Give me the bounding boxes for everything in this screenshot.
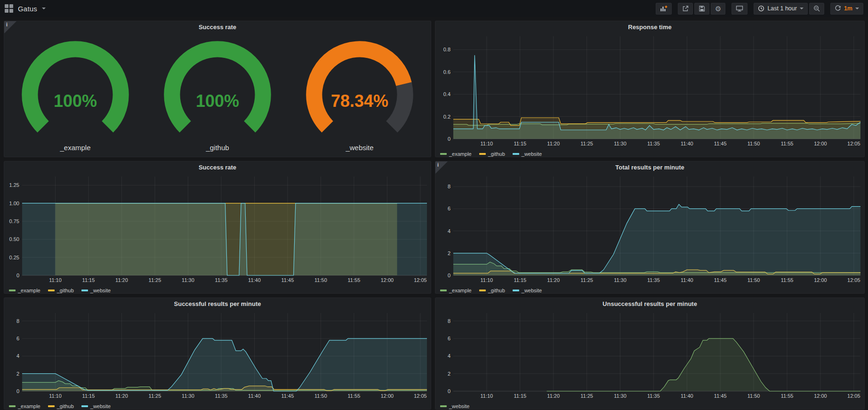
cycle-view-mode-button[interactable] xyxy=(731,3,747,15)
y-tick-label: 8 xyxy=(448,184,450,189)
chart-svg: 00.20.40.60.811:1011:1511:2011:2511:3011… xyxy=(435,33,864,147)
unsuccessful-results-chart: 0246811:1011:1511:2011:2511:3011:3511:40… xyxy=(435,310,864,402)
x-tick-label: 11:55 xyxy=(348,277,361,283)
y-tick-label: 0 xyxy=(16,273,19,278)
save-dashboard-button[interactable] xyxy=(694,3,709,15)
x-tick-label: 11:55 xyxy=(781,141,794,146)
legend-series-dash xyxy=(440,289,447,291)
share-dashboard-button[interactable] xyxy=(678,3,693,15)
legend-series-dash xyxy=(513,289,519,291)
panel-total-results: i Total results per minute 0246811:1011:… xyxy=(435,161,865,294)
panel-title[interactable]: Unsuccessful results per minute xyxy=(435,298,864,310)
info-icon: i xyxy=(6,22,8,27)
series-line-_website xyxy=(453,55,860,130)
legend-series-label: _github xyxy=(488,151,505,157)
legend-item-_github[interactable]: _github xyxy=(479,151,505,157)
zoom-out-icon xyxy=(813,5,820,12)
series-fill-_website xyxy=(22,203,427,275)
legend-item-_github[interactable]: _github xyxy=(48,403,74,409)
x-tick-label: 11:40 xyxy=(681,277,693,283)
legend-item-_github[interactable]: _github xyxy=(48,288,74,293)
chart-svg: 0246811:1011:1511:2011:2511:3011:3511:40… xyxy=(435,174,864,284)
legend-series-label: _example xyxy=(18,403,40,409)
zoom-out-button[interactable] xyxy=(809,3,824,15)
legend-item-_example[interactable]: _example xyxy=(9,288,40,293)
success-rate-chart: 00.250.500.751.001.2511:1011:1511:2011:2… xyxy=(4,174,431,286)
x-tick-label: 11:15 xyxy=(82,393,95,399)
gauge-value: 100% xyxy=(4,91,146,111)
panel-title[interactable]: Success rate xyxy=(4,21,431,33)
x-tick-label: 12:05 xyxy=(847,393,860,399)
panel-info-corner[interactable]: i xyxy=(435,161,448,174)
chart-legend: _example_github_website xyxy=(4,402,431,410)
chart-legend: _example_github_website xyxy=(4,286,431,294)
legend-item-_website[interactable]: _website xyxy=(513,151,542,157)
x-tick-label: 11:20 xyxy=(115,277,128,283)
y-tick-label: 0 xyxy=(448,273,450,278)
legend-series-dash xyxy=(479,153,486,155)
series-fill-_website xyxy=(453,204,860,275)
y-tick-label: 0.8 xyxy=(443,47,450,52)
add-panel-icon xyxy=(660,5,667,12)
legend-item-_github[interactable]: _github xyxy=(479,288,505,293)
legend-series-label: _website xyxy=(522,288,542,293)
x-tick-label: 11:35 xyxy=(215,277,228,283)
dashboard-title[interactable]: Gatus xyxy=(18,5,37,13)
x-tick-label: 11:15 xyxy=(514,393,526,399)
chart-legend: _example_github_website xyxy=(435,149,864,157)
legend-item-_website[interactable]: _website xyxy=(81,403,111,409)
caret-down-icon[interactable] xyxy=(42,8,46,9)
x-tick-label: 11:20 xyxy=(547,141,560,146)
legend-series-dash xyxy=(81,289,88,291)
x-tick-label: 11:25 xyxy=(149,393,161,399)
x-tick-label: 12:05 xyxy=(847,277,860,283)
legend-item-_example[interactable]: _example xyxy=(9,403,40,409)
x-tick-label: 11:10 xyxy=(481,277,493,283)
dashboard-settings-button[interactable]: ⚙ xyxy=(711,3,725,15)
legend-series-dash xyxy=(479,289,486,291)
gauge-arc-svg xyxy=(146,33,289,144)
legend-item-_website[interactable]: _website xyxy=(81,288,111,293)
gear-icon: ⚙ xyxy=(715,5,721,12)
time-range-picker[interactable]: Last 1 hour xyxy=(754,3,808,15)
legend-series-dash xyxy=(440,153,447,155)
legend-item-_example[interactable]: _example xyxy=(440,151,472,157)
panel-title[interactable]: Successful results per minute xyxy=(4,298,431,310)
panel-title[interactable]: Response time xyxy=(435,21,864,33)
gauge-value-arc xyxy=(314,49,404,127)
x-tick-label: 11:35 xyxy=(647,141,660,146)
x-tick-label: 11:30 xyxy=(182,277,194,283)
x-tick-label: 11:10 xyxy=(49,277,62,283)
dashboard-grid-icon[interactable] xyxy=(5,4,13,13)
y-tick-label: 0.25 xyxy=(9,255,19,260)
x-tick-label: 11:25 xyxy=(580,141,593,146)
gauge-label: _website xyxy=(346,144,373,155)
legend-item-_example[interactable]: _example xyxy=(440,288,472,293)
chart-legend: _example_github_website xyxy=(435,286,864,294)
chart-svg: 00.250.500.751.001.2511:1011:1511:2011:2… xyxy=(4,174,431,284)
panel-title[interactable]: Total results per minute xyxy=(435,161,864,174)
refresh-button[interactable]: 1m xyxy=(830,3,863,15)
legend-series-label: _example xyxy=(449,151,472,157)
x-tick-label: 11:45 xyxy=(714,141,727,146)
add-panel-button[interactable] xyxy=(656,3,672,15)
legend-series-label: _github xyxy=(57,403,74,409)
caret-down-icon xyxy=(800,8,804,9)
x-tick-label: 11:10 xyxy=(481,393,493,399)
x-tick-label: 11:45 xyxy=(714,277,727,283)
x-tick-label: 11:55 xyxy=(781,393,794,399)
legend-item-_website[interactable]: _website xyxy=(513,288,542,293)
legend-item-_website[interactable]: _website xyxy=(440,403,469,409)
panel-title[interactable]: Success rate xyxy=(4,161,431,174)
panel-success-rate-graph: Success rate 00.250.500.751.001.2511:101… xyxy=(4,161,431,294)
panel-info-corner[interactable]: i xyxy=(4,21,16,33)
x-tick-label: 12:00 xyxy=(814,141,827,146)
x-tick-label: 11:20 xyxy=(547,393,560,399)
y-tick-label: 0.4 xyxy=(443,91,450,97)
x-tick-label: 11:25 xyxy=(580,277,593,283)
panel-response-time: Response time 00.20.40.60.811:1011:1511:… xyxy=(435,21,865,157)
legend-series-dash xyxy=(81,405,88,407)
x-tick-label: 12:00 xyxy=(381,393,394,399)
y-tick-label: 8 xyxy=(16,318,19,324)
gauge-_github: 100%_github xyxy=(146,33,289,155)
